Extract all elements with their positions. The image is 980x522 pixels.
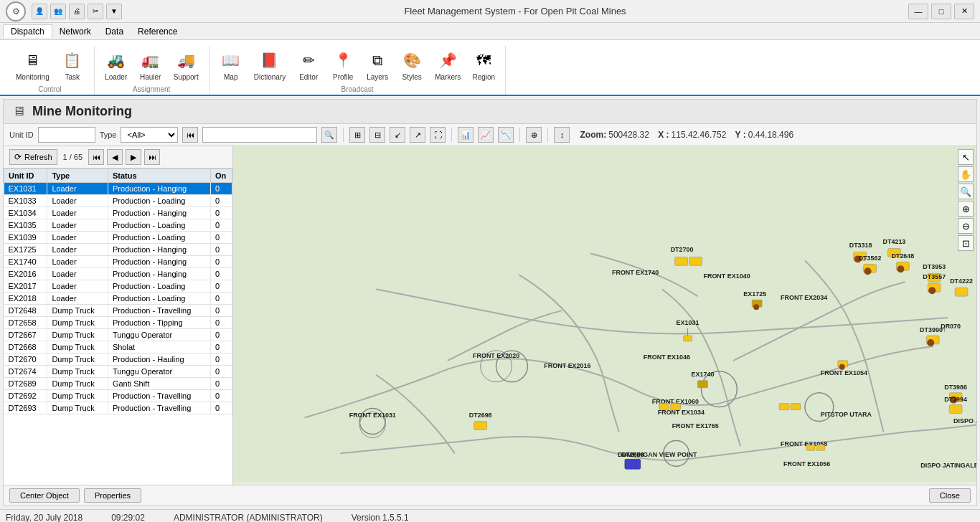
map-tool-grid[interactable]: ⊡	[958, 235, 974, 251]
menubar: Dispatch Network Data Reference	[0, 23, 980, 40]
map-tool-9[interactable]: ⊕	[526, 127, 542, 143]
svg-text:DT4213: DT4213	[883, 238, 906, 245]
ribbon-group-assignment-label: Assignment	[133, 85, 170, 93]
map-area[interactable]: DT2700 DT3318 DT4213 DT3562 DT2648 FRONT…	[233, 146, 976, 485]
table-row[interactable]: DT2689Dump TruckGanti Shift0	[4, 378, 232, 390]
table-row[interactable]: DT2668Dump TruckSholat0	[4, 341, 232, 353]
cell-type: Loader	[47, 219, 108, 232]
cell-unit_id: EX2018	[4, 293, 47, 305]
table-row[interactable]: DT2658Dump TruckProduction - Tipping0	[4, 317, 232, 329]
table-row[interactable]: DT2674Dump TruckTunggu Operator0	[4, 366, 232, 378]
map-tool-10[interactable]: ↕	[554, 127, 570, 143]
col-on: On	[211, 169, 232, 183]
menu-reference[interactable]: Reference	[131, 25, 184, 38]
type-select[interactable]: <All>	[121, 127, 178, 143]
table-body: EX1031LoaderProduction - Hanging0EX1033L…	[4, 183, 232, 414]
ribbon-btn-styles[interactable]: 🎨 Styles	[396, 46, 428, 84]
cell-unit_id: EX1740	[4, 256, 47, 268]
cell-on: 0	[211, 293, 232, 305]
ribbon-btn-support[interactable]: 🚚 Support	[169, 46, 203, 84]
cell-unit_id: EX1033	[4, 195, 47, 207]
minimize-button[interactable]: —	[908, 4, 928, 19]
cell-unit_id: DT2692	[4, 390, 47, 402]
page-info: 1 / 65	[63, 153, 83, 161]
map-tool-3[interactable]: ↙	[390, 127, 405, 143]
ribbon-btn-markers[interactable]: 📌 Markers	[430, 46, 465, 84]
table-row[interactable]: EX1033LoaderProduction - Loading0	[4, 195, 232, 207]
ribbon-btn-task[interactable]: 📋 Task	[57, 46, 88, 84]
status-time: 09:29:02	[111, 513, 145, 523]
ribbon-btn-hauler[interactable]: 🚛 Hauler	[135, 46, 166, 84]
table-row[interactable]: DT2670Dump TruckProduction - Hauling0	[4, 353, 232, 366]
toolbar-icon-5[interactable]: ▼	[106, 4, 122, 19]
cell-on: 0	[211, 207, 232, 219]
table-row[interactable]: EX1740LoaderProduction - Hanging0	[4, 256, 232, 268]
filter-first-btn[interactable]: ⏮	[182, 127, 198, 143]
region-label: Region	[472, 73, 495, 81]
ribbon-btn-map[interactable]: 📖 Map	[215, 46, 247, 84]
ribbon-group-assignment-items: 🚜 Loader 🚛 Hauler 🚚 Support	[100, 46, 203, 84]
table-row[interactable]: DT2648Dump TruckProduction - Travelling0	[4, 305, 232, 317]
ribbon-btn-loader[interactable]: 🚜 Loader	[100, 46, 132, 84]
table-row[interactable]: EX1035LoaderProduction - Loading0	[4, 219, 232, 232]
map-tool-4[interactable]: ↗	[410, 127, 425, 143]
map-tool-zoom-in[interactable]: 🔍	[958, 184, 974, 199]
table-row[interactable]: EX1039LoaderProduction - Loading0	[4, 232, 232, 244]
ribbon-btn-dictionary[interactable]: 📕 Dictionary	[250, 46, 290, 84]
map-tool-1[interactable]: ⊞	[349, 127, 365, 143]
ribbon-btn-editor[interactable]: ✏ Editor	[293, 46, 324, 84]
table-row[interactable]: DT2667Dump TruckTunggu Operator0	[4, 329, 232, 341]
nav-prev-btn[interactable]: ◀	[107, 149, 123, 165]
menu-dispatch[interactable]: Dispatch	[3, 24, 52, 38]
close-btn[interactable]: Close	[929, 488, 971, 503]
search-btn[interactable]: 🔍	[321, 127, 337, 143]
svg-text:EX1725: EX1725	[743, 290, 766, 298]
table-row[interactable]: EX2018LoaderProduction - Loading0	[4, 293, 232, 305]
map-tool-8[interactable]: 📉	[498, 127, 514, 143]
svg-text:DT3562: DT3562	[859, 255, 882, 262]
toolbar-icon-2[interactable]: 👥	[50, 4, 66, 19]
map-tool-zoom-fit[interactable]: ⊖	[958, 218, 974, 234]
refresh-btn[interactable]: ⟳ Refresh	[9, 149, 57, 165]
table-row[interactable]: EX2017LoaderProduction - Loading0	[4, 280, 232, 293]
map-tool-zoom-out[interactable]: ⊕	[958, 201, 974, 217]
table-row[interactable]: EX1034LoaderProduction - Hanging0	[4, 207, 232, 219]
svg-text:PITSTOP UTARA: PITSTOP UTARA	[821, 411, 872, 418]
svg-text:DT2698: DT2698	[469, 412, 492, 419]
table-row[interactable]: DT2692Dump TruckProduction - Travelling0	[4, 390, 232, 402]
ribbon-btn-region[interactable]: 🗺 Region	[468, 46, 499, 84]
toolbar-icon-3[interactable]: 🖨	[69, 4, 85, 19]
table-row[interactable]: EX1725LoaderProduction - Hanging0	[4, 244, 232, 256]
unit-id-input[interactable]	[38, 127, 95, 143]
search-input[interactable]	[202, 127, 317, 143]
ribbon-group-control: 🖥 Monitoring 📋 Task Control	[6, 46, 95, 95]
markers-label: Markers	[435, 73, 461, 81]
nav-last-btn[interactable]: ⏭	[144, 149, 160, 165]
menu-network[interactable]: Network	[52, 25, 98, 38]
nav-next-btn[interactable]: ▶	[126, 149, 141, 165]
close-button[interactable]: ✕	[954, 4, 974, 19]
ribbon-btn-layers[interactable]: ⧉ Layers	[362, 46, 393, 84]
table-row[interactable]: DT2693Dump TruckProduction - Travelling0	[4, 402, 232, 414]
table-row[interactable]: EX2016LoaderProduction - Hanging0	[4, 268, 232, 280]
nav-first-btn[interactable]: ⏮	[88, 149, 104, 165]
map-tool-6[interactable]: 📊	[458, 127, 473, 143]
toolbar-icon-4[interactable]: ✂	[88, 4, 103, 19]
map-tool-cursor[interactable]: ↖	[958, 149, 974, 165]
ribbon-btn-profile[interactable]: 📍 Profile	[327, 46, 359, 84]
map-tool-7[interactable]: 📈	[478, 127, 494, 143]
task-label: Task	[65, 73, 80, 81]
map-tool-5[interactable]: ⛶	[430, 127, 446, 143]
map-tool-2[interactable]: ⊟	[369, 127, 385, 143]
loader-label: Loader	[105, 73, 127, 81]
dictionary-icon: 📕	[258, 49, 281, 72]
map-tool-pan[interactable]: ✋	[958, 166, 974, 182]
menu-data[interactable]: Data	[98, 25, 131, 38]
cell-unit_id: EX1034	[4, 207, 47, 219]
properties-btn[interactable]: Properties	[84, 488, 141, 503]
ribbon-btn-monitoring[interactable]: 🖥 Monitoring	[11, 46, 54, 84]
maximize-button[interactable]: □	[931, 4, 951, 19]
table-row[interactable]: EX1031LoaderProduction - Hanging0	[4, 183, 232, 195]
toolbar-icon-1[interactable]: 👤	[32, 4, 47, 19]
center-object-btn[interactable]: Center Object	[9, 488, 80, 503]
